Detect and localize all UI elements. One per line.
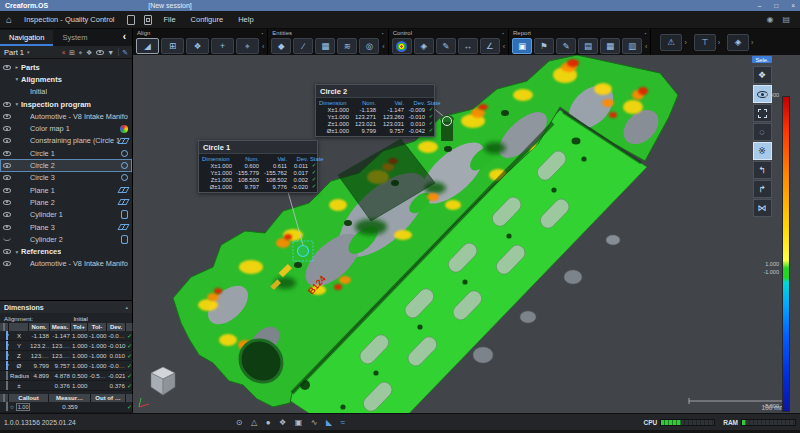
surface-selection-button[interactable]: ❖ xyxy=(753,66,772,84)
session-timer-icon[interactable]: ⊙ xyxy=(236,418,243,427)
section-collapse-icon[interactable]: ▪ xyxy=(502,30,504,37)
free-selection-button[interactable]: ◌ xyxy=(753,123,772,141)
close-icon[interactable]: × xyxy=(791,2,795,9)
grow-selection-button[interactable]: ↰ xyxy=(753,161,772,179)
cleanup-tool-icon[interactable]: ⊤ xyxy=(694,34,716,51)
tree-item-initial[interactable]: Initial xyxy=(0,86,132,98)
entities-cross-sections-button[interactable]: ≋ xyxy=(337,38,357,54)
eye-icon[interactable] xyxy=(3,102,11,107)
spline-icon[interactable]: ≈ xyxy=(341,418,345,427)
viewport-3d[interactable]: B124 xyxy=(133,55,800,413)
align-surfaces-button[interactable]: ◢ xyxy=(136,38,159,54)
eye-icon[interactable] xyxy=(3,212,11,217)
brush-selection-button[interactable]: ※ xyxy=(753,142,772,160)
alignment-value[interactable]: Initial xyxy=(33,315,128,322)
shrink-selection-button[interactable]: ↱ xyxy=(753,180,772,198)
menu-configure[interactable]: Configure xyxy=(188,15,227,24)
point-cloud-icon[interactable]: ● xyxy=(266,418,271,427)
annotate-measure-button[interactable]: ✎ xyxy=(436,38,456,54)
axes-icon[interactable]: ⌖ xyxy=(78,49,82,56)
distance-button[interactable]: ↔ xyxy=(458,38,478,54)
alerts-icon[interactable]: ⚠ xyxy=(660,34,682,51)
entities-overflow-icon[interactable]: ‹ xyxy=(382,43,384,50)
entities-status-icon[interactable]: ❖ xyxy=(279,418,286,427)
filter-icon[interactable]: ▼ xyxy=(107,49,114,56)
tree-item-cad-model[interactable]: Automotive - V8 Intake Manifold C… xyxy=(0,110,132,122)
tree-item-circle-2[interactable]: Circle 2 xyxy=(0,159,132,171)
angle-button[interactable]: ∠ xyxy=(480,38,500,54)
entities-table-button[interactable]: ▦ xyxy=(315,38,335,54)
eye-icon[interactable] xyxy=(3,138,11,143)
brush-icon[interactable]: ❖ xyxy=(86,49,92,56)
align-points-button[interactable]: + xyxy=(211,38,234,54)
section-collapse-icon[interactable]: ▪ xyxy=(382,30,384,37)
panel-collapse-icon[interactable]: ‹ xyxy=(123,31,126,42)
eye-icon[interactable] xyxy=(3,225,11,230)
control-overflow-icon[interactable]: ‹ xyxy=(503,43,505,50)
home-icon[interactable]: ⌂ xyxy=(6,15,12,25)
visibility-icon[interactable] xyxy=(96,50,104,55)
eye-icon[interactable] xyxy=(3,151,11,156)
snapshot-search-button[interactable]: ▣ xyxy=(512,38,532,54)
mesh-preview-icon[interactable]: ◣ xyxy=(326,418,332,427)
eye-icon[interactable] xyxy=(3,175,11,180)
tab-navigation[interactable]: Navigation xyxy=(0,30,53,46)
tab-system[interactable]: System xyxy=(53,30,96,46)
eye-icon[interactable] xyxy=(3,163,11,168)
eye-icon[interactable] xyxy=(3,200,11,205)
invert-selection-button[interactable]: ⋈ xyxy=(753,199,772,217)
tree-item-color-map[interactable]: Color map 1 xyxy=(0,122,132,134)
new-document-icon[interactable] xyxy=(127,15,135,25)
eye-icon[interactable] xyxy=(3,126,11,131)
callout-select-all-checkbox[interactable] xyxy=(3,394,5,402)
entities-primitives-button[interactable]: ◆ xyxy=(271,38,291,54)
row-checkbox[interactable] xyxy=(6,351,8,360)
network-status-icon[interactable]: ◉ xyxy=(766,15,773,24)
view-cube-icon[interactable]: ◈ xyxy=(727,34,749,51)
menu-help[interactable]: Help xyxy=(235,15,256,24)
row-checkbox[interactable] xyxy=(6,331,8,340)
tree-item-cylinder-2[interactable]: Cylinder 2 xyxy=(0,233,132,245)
expand-icon[interactable] xyxy=(13,64,21,70)
dof-icon[interactable]: ⊞ xyxy=(69,49,75,56)
comparison-points-button[interactable]: ◈ xyxy=(414,38,434,54)
image-capture-button[interactable]: ▦ xyxy=(600,38,620,54)
tree-item-alignments[interactable]: Alignments xyxy=(0,73,132,85)
tree-item-constraining-plane[interactable]: Constraining plane (Circle 1) 1 xyxy=(0,135,132,147)
nav-cube[interactable] xyxy=(151,367,175,395)
menu-file[interactable]: File xyxy=(161,15,179,24)
tree-item-cylinder-1[interactable]: Cylinder 1 xyxy=(0,209,132,221)
tree-item-references[interactable]: References xyxy=(0,245,132,257)
tree-item-plane-1[interactable]: Plane 1 xyxy=(0,184,132,196)
tree-item-plane-2[interactable]: Plane 2 xyxy=(0,196,132,208)
eye-icon[interactable] xyxy=(3,188,11,193)
eye-closed-icon[interactable] xyxy=(3,237,11,241)
tree-item-inspection-program[interactable]: Inspection program xyxy=(0,98,132,110)
chevron-down-icon[interactable]: ▾ xyxy=(27,49,30,55)
tree-item-circle-1[interactable]: Circle 1 xyxy=(0,147,132,159)
collapse-panel-icon[interactable]: ▴ xyxy=(125,304,128,310)
cleanup-expand-icon[interactable]: › xyxy=(718,39,720,46)
eye-icon[interactable] xyxy=(3,114,11,119)
entities-line-button[interactable]: ∕ xyxy=(293,38,313,54)
report-overflow-icon[interactable]: ‹ xyxy=(645,43,647,50)
part-selector[interactable]: Part 1 xyxy=(4,48,24,57)
collapse-icon[interactable] xyxy=(13,76,21,82)
alerts-expand-icon[interactable]: › xyxy=(684,39,686,46)
annotation-circle-2[interactable]: Circle 2 DimensionNom.Val.Dev.State X±1.… xyxy=(315,84,435,137)
eye-icon[interactable] xyxy=(3,261,11,266)
align-probe-button[interactable]: ⌖ xyxy=(236,38,259,54)
signal-icon[interactable]: ∿ xyxy=(311,418,318,427)
table-report-button[interactable]: ▤ xyxy=(578,38,598,54)
model-3d[interactable]: B124 xyxy=(133,55,800,413)
collapse-icon[interactable] xyxy=(13,249,21,255)
reset-icon[interactable]: × xyxy=(61,49,65,56)
circle-2-marker[interactable] xyxy=(441,116,454,142)
row-checkbox[interactable] xyxy=(6,371,8,380)
align-overflow-icon[interactable]: ‹ xyxy=(262,43,264,50)
row-checkbox[interactable] xyxy=(6,361,8,370)
align-grid-button[interactable]: ⊞ xyxy=(161,38,184,54)
annotation-circle-1[interactable]: Circle 1 DimensionNom.Val.Dev.State X±1.… xyxy=(198,140,318,193)
section-collapse-icon[interactable]: ▪ xyxy=(262,30,264,37)
view-cube-expand-icon[interactable]: › xyxy=(751,39,753,46)
